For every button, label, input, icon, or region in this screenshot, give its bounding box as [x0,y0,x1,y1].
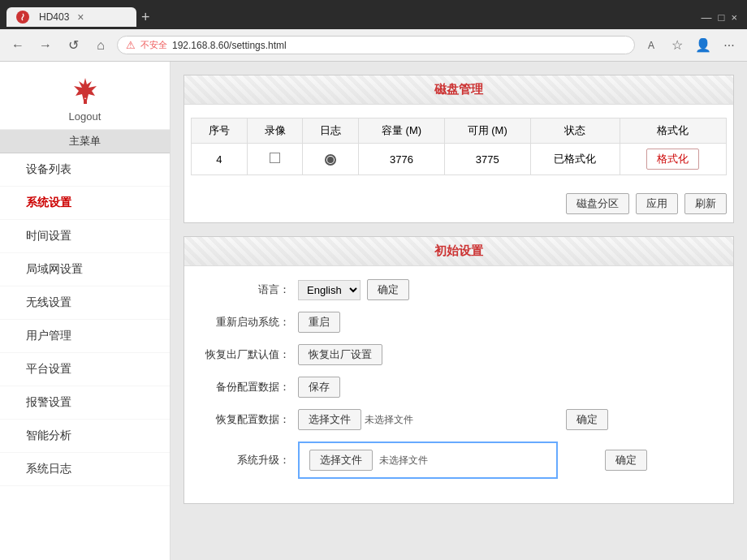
tab-close-btn[interactable]: × [77,11,84,24]
factory-reset-label: 恢复出厂默认值： [201,347,298,362]
active-tab[interactable]: HD403 × [6,7,136,27]
backup-value: 保存 [298,377,717,398]
sidebar-item-intelligent-analysis[interactable]: 智能分析 [0,420,170,453]
disk-table: 序号 录像 日志 容量 (M) 可用 (M) 状态 格式化 4 [191,118,727,175]
initial-settings-title: 初始设置 [184,237,733,266]
browser-chrome: HD403 × + — □ × ← → ↺ ⌂ ⚠ 不安全 192.168.8.… [0,0,747,62]
upgrade-value: 选择文件 未选择文件 确定 [298,442,717,479]
profile-btn[interactable]: 👤 [692,34,715,57]
apply-btn[interactable]: 应用 [636,193,678,214]
sidebar-header: Logout [0,62,170,130]
disk-actions: 磁盘分区 应用 刷新 [184,188,733,222]
logo-icon [69,75,101,107]
upgrade-no-file: 未选择文件 [379,454,428,467]
logout-btn[interactable]: Logout [69,110,101,123]
refresh-btn[interactable]: 刷新 [684,193,727,214]
restart-btn[interactable]: 重启 [298,312,340,333]
col-log: 日志 [303,118,359,144]
forward-btn[interactable]: → [34,34,57,57]
upgrade-confirm-btn[interactable]: 确定 [605,450,647,471]
tab-title: HD403 [39,11,69,23]
record-checkbox[interactable] [270,153,280,163]
sidebar-item-user-management[interactable]: 用户管理 [0,320,170,353]
cell-no: 4 [192,144,248,175]
restore-label: 恢复配置数据： [201,412,298,427]
backup-btn[interactable]: 保存 [298,377,340,398]
language-row: 语言： English 中文 确定 [201,279,717,300]
refresh-btn[interactable]: ↺ [62,34,84,57]
maximize-btn[interactable]: □ [719,11,725,24]
restore-confirm-btn[interactable]: 确定 [566,409,608,430]
cell-status: 已格式化 [530,144,620,175]
factory-reset-value: 恢复出厂设置 [298,344,717,365]
sidebar-item-alarm-settings[interactable]: 报警设置 [0,386,170,420]
content-area: 磁盘管理 序号 录像 日志 容量 (M) 可用 (M) 状态 格式化 [171,62,747,560]
col-status: 状态 [530,118,620,144]
minimize-btn[interactable]: — [702,11,712,24]
sidebar: Logout 主菜单 设备列表 系统设置 时间设置 局域网设置 无线设置 用户管… [0,62,171,560]
address-bar[interactable]: ⚠ 不安全 192.168.8.60/settings.html [117,36,635,54]
sidebar-item-platform-settings[interactable]: 平台设置 [0,353,170,386]
disk-management-panel: 磁盘管理 序号 录像 日志 容量 (M) 可用 (M) 状态 格式化 [184,75,734,223]
col-no: 序号 [192,118,248,144]
initial-settings-panel: 初始设置 语言： English 中文 确定 重新启动系统： [184,236,734,504]
upgrade-box: 选择文件 未选择文件 [298,442,558,479]
upgrade-choose-btn[interactable]: 选择文件 [309,450,373,471]
col-available: 可用 (M) [444,118,530,144]
restore-file-row: 选择文件 未选择文件 [298,409,413,430]
restore-value: 选择文件 未选择文件 确定 [298,409,717,430]
upgrade-label: 系统升级： [201,453,298,467]
col-format: 格式化 [620,118,726,144]
format-btn[interactable]: 格式化 [646,149,699,170]
cell-record [247,144,303,175]
restore-row: 恢复配置数据： 选择文件 未选择文件 确定 [201,409,717,430]
address-text: 192.168.8.60/settings.html [172,40,287,51]
back-btn[interactable]: ← [6,34,29,57]
language-confirm-btn[interactable]: 确定 [367,279,409,300]
main-menu-label: 主菜单 [0,130,170,153]
col-capacity: 容量 (M) [359,118,445,144]
disk-management-title: 磁盘管理 [184,75,733,105]
backup-label: 备份配置数据： [201,380,298,394]
disk-table-header: 序号 录像 日志 容量 (M) 可用 (M) 状态 格式化 [192,118,727,144]
translate-btn[interactable]: A [640,34,663,57]
language-label: 语言： [201,282,298,297]
factory-reset-row: 恢复出厂默认值： 恢复出厂设置 [201,344,717,365]
restart-row: 重新启动系统： 重启 [201,312,717,333]
disk-table-row: 4 3776 3775 已格式化 [192,144,727,175]
cell-available: 3775 [444,144,530,175]
insecure-badge: 不安全 [140,39,167,51]
partition-btn[interactable]: 磁盘分区 [566,193,629,214]
sidebar-item-network-settings[interactable]: 局域网设置 [0,253,170,286]
close-window-btn[interactable]: × [731,11,737,24]
favorites-btn[interactable]: ☆ [666,34,689,57]
sidebar-item-wireless-settings[interactable]: 无线设置 [0,286,170,320]
upgrade-row: 系统升级： 选择文件 未选择文件 确定 [201,442,717,479]
more-btn[interactable]: ··· [718,34,741,57]
cell-log [303,144,359,175]
home-btn[interactable]: ⌂ [89,34,112,57]
sidebar-item-device-list[interactable]: 设备列表 [0,153,170,187]
nav-bar: ← → ↺ ⌂ ⚠ 不安全 192.168.8.60/settings.html… [0,29,747,62]
main-layout: Logout 主菜单 设备列表 系统设置 时间设置 局域网设置 无线设置 用户管… [0,62,747,560]
sidebar-item-time-settings[interactable]: 时间设置 [0,220,170,253]
sidebar-item-system-settings[interactable]: 系统设置 [0,187,170,220]
col-record: 录像 [247,118,303,144]
cell-format: 格式化 [620,144,726,175]
restore-no-file: 未选择文件 [365,413,413,427]
restore-choose-btn[interactable]: 选择文件 [298,409,361,430]
restart-value: 重启 [298,312,717,333]
new-tab-btn[interactable]: + [141,9,150,26]
settings-grid: 语言： English 中文 确定 重新启动系统： 重启 [184,266,733,503]
factory-reset-btn[interactable]: 恢复出厂设置 [298,344,382,365]
tab-favicon [16,11,29,24]
tab-bar: HD403 × + — □ × [0,0,747,29]
sidebar-item-system-log[interactable]: 系统日志 [0,453,170,486]
language-value: English 中文 确定 [298,279,717,300]
svg-rect-1 [84,99,87,104]
nav-menu: 设备列表 系统设置 时间设置 局域网设置 无线设置 用户管理 平台设置 报警设置… [0,153,170,486]
cell-capacity: 3776 [359,144,445,175]
language-select[interactable]: English 中文 [298,280,361,300]
restart-label: 重新启动系统： [201,315,298,330]
log-radio[interactable] [325,154,336,166]
